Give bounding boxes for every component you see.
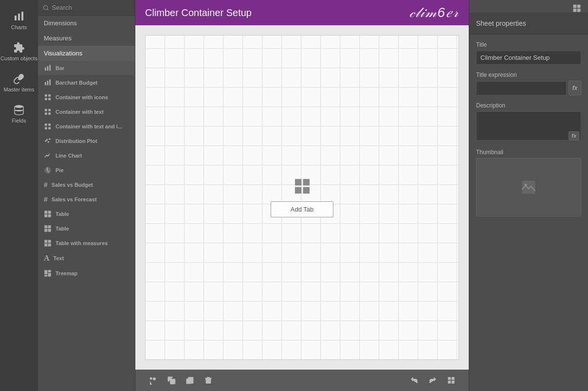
description-fx-button[interactable]: fx: [569, 131, 579, 140]
chart-bar-icon: [13, 11, 25, 22]
section-measures[interactable]: Measures: [38, 31, 135, 46]
sidebar-item-charts-label: Charts: [11, 24, 27, 30]
list-item-text-label: Text: [54, 255, 64, 261]
paste-button[interactable]: [182, 373, 198, 388]
copy-button[interactable]: [164, 373, 179, 388]
right-panel-content: Title Title expression fx Description fx…: [469, 35, 588, 223]
expand-button[interactable]: [443, 373, 459, 388]
main-content: Climber Container Setup 𝒸𝓁𝒾𝓂6𝑒𝓇 Add Tab: [135, 0, 469, 391]
barchart-budget-icon: [44, 79, 52, 87]
undo-icon: [410, 376, 419, 385]
grid-icon-2: [44, 108, 52, 116]
sidebar-item-fields-label: Fields: [12, 118, 26, 124]
sidebar-item-custom-objects[interactable]: Custom objects: [0, 36, 38, 67]
svg-rect-22: [45, 127, 47, 129]
search-icon: [43, 4, 49, 11]
canvas-area: Add Tab: [145, 35, 459, 360]
list-item-table1[interactable]: Table: [38, 207, 135, 221]
title-input[interactable]: [476, 51, 581, 65]
svg-rect-35: [48, 229, 51, 232]
shapes-icon: [148, 376, 157, 385]
search-bar[interactable]: [38, 0, 135, 16]
list-item-container-icons[interactable]: Container with icons: [38, 90, 135, 105]
thumbnail-group: Thumbnail: [476, 149, 581, 216]
grid-icon-5: [44, 225, 52, 232]
thumbnail-area[interactable]: [476, 158, 581, 216]
svg-rect-46: [295, 187, 302, 194]
toolbar-right-group: [406, 373, 459, 388]
thumbnail-label: Thumbnail: [476, 149, 581, 156]
list-item-bar[interactable]: Bar: [38, 61, 135, 75]
svg-rect-13: [48, 94, 51, 97]
svg-rect-38: [44, 244, 47, 247]
hash-icon-1: #: [44, 181, 48, 189]
redo-button[interactable]: [425, 373, 441, 388]
svg-point-24: [45, 141, 47, 142]
sidebar-item-master-items[interactable]: Master items: [0, 67, 38, 98]
list-item-line-chart-label: Line Chart: [55, 153, 82, 159]
text-a-icon: A: [44, 254, 50, 263]
shapes-button[interactable]: [145, 373, 161, 388]
svg-rect-12: [45, 94, 47, 97]
svg-rect-10: [47, 81, 49, 85]
svg-point-48: [153, 377, 156, 380]
svg-line-5: [47, 9, 48, 10]
title-expression-row: fx: [476, 81, 581, 95]
svg-rect-7: [47, 66, 49, 71]
svg-rect-1: [18, 14, 20, 20]
svg-point-3: [15, 105, 23, 108]
svg-rect-23: [48, 127, 51, 129]
svg-rect-44: [295, 179, 302, 186]
list-item-treemap-label: Treemap: [55, 270, 77, 276]
database-icon: [13, 104, 25, 116]
list-item-bar-label: Bar: [55, 65, 64, 71]
svg-rect-47: [303, 187, 310, 194]
paste-icon: [185, 376, 194, 385]
title-expression-fx-button[interactable]: fx: [569, 81, 581, 95]
delete-button[interactable]: [201, 373, 216, 388]
thumbnail-placeholder-icon: [520, 178, 537, 196]
grid-icon-3: [44, 123, 52, 130]
add-tab-button[interactable]: Add Tab: [271, 201, 333, 217]
redo-icon: [428, 376, 437, 385]
list-item-sales-vs-forecast-label: Sales vs Forecast: [52, 196, 97, 202]
title-expression-group: Title expression fx: [476, 71, 581, 95]
list-item-pie[interactable]: Pie: [38, 163, 135, 178]
search-input[interactable]: [52, 4, 130, 11]
list-item-container-text[interactable]: Container with text: [38, 105, 135, 119]
section-visualizations[interactable]: Visualizations: [38, 46, 135, 61]
svg-rect-30: [44, 214, 47, 217]
sidebar-item-fields[interactable]: Fields: [0, 98, 38, 129]
list-item-line-chart[interactable]: Line Chart: [38, 148, 135, 163]
svg-rect-0: [15, 16, 17, 20]
list-item-table-measures[interactable]: Table with measures: [38, 236, 135, 250]
list-item-sales-vs-budget[interactable]: # Sales vs Budget: [38, 178, 135, 192]
list-item-container-text-and[interactable]: Container with text and i...: [38, 119, 135, 134]
list-item-table2[interactable]: Table: [38, 221, 135, 236]
undo-button[interactable]: [406, 373, 422, 388]
list-item-treemap[interactable]: Treemap: [38, 266, 135, 281]
section-dimensions[interactable]: Dimensions: [38, 16, 135, 31]
title-expression-label: Title expression: [476, 71, 581, 78]
svg-rect-57: [573, 9, 577, 12]
svg-rect-2: [21, 12, 23, 20]
title-expression-input[interactable]: [476, 81, 567, 95]
svg-rect-15: [48, 98, 51, 100]
grid-icon-4: [44, 210, 52, 218]
svg-rect-8: [49, 65, 51, 71]
list-item-pie-label: Pie: [55, 167, 64, 173]
svg-rect-41: [48, 270, 51, 272]
sidebar-item-charts[interactable]: Charts: [0, 5, 38, 36]
grid-icon-6: [44, 239, 52, 247]
svg-rect-51: [448, 377, 451, 380]
list-item-sales-vs-forecast[interactable]: # Sales vs Forecast: [38, 192, 135, 207]
list-item-text[interactable]: A Text: [38, 250, 135, 266]
list-item-barchart-budget[interactable]: Barchart Budget: [38, 75, 135, 90]
svg-rect-16: [45, 109, 47, 111]
sidebar-item-master-items-label: Master items: [4, 87, 35, 92]
svg-rect-54: [452, 381, 455, 384]
description-textarea[interactable]: [476, 111, 581, 141]
list-item-distribution-plot[interactable]: Distribution Plot: [38, 134, 135, 148]
toolbar-left-group: [145, 373, 216, 388]
svg-rect-52: [452, 377, 455, 380]
